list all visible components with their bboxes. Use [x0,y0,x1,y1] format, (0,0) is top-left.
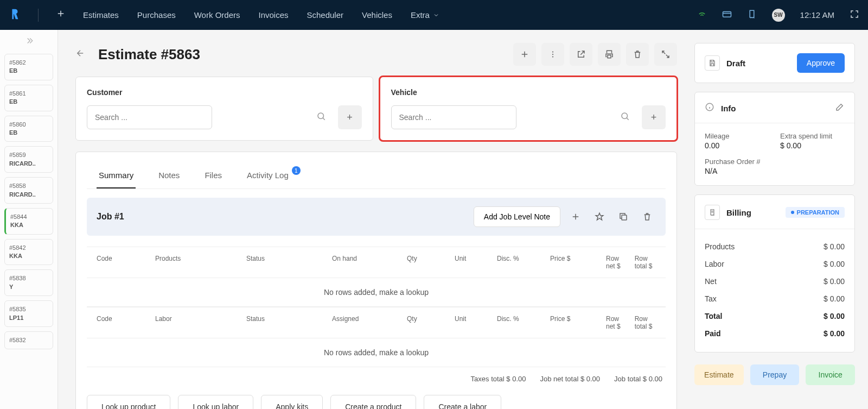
add-vehicle-button[interactable]: + [642,105,666,129]
expand-icon-button[interactable] [654,43,677,66]
po-value: N/A [705,167,845,175]
nav-purchases[interactable]: Purchases [137,10,176,20]
col-assigned: Assigned [332,315,403,330]
col-onhand: On hand [332,255,403,270]
billing-icon [705,205,720,220]
apply-kits-button[interactable]: Apply kits [261,395,323,409]
more-icon-button[interactable] [541,43,564,66]
sidebar-item[interactable]: #5835LP11 [4,300,53,327]
spend-limit-label: Extra spend limit [780,132,845,140]
col-disc: Disc. % [497,315,546,330]
tab-files[interactable]: Files [202,163,224,188]
col-rownet: Row net $ [606,255,629,270]
job-total: Job total $ 0.00 [614,375,662,383]
spend-limit-value: $ 0.00 [780,141,845,150]
lookup-row: Look up product Look up labor Apply kits… [87,395,666,409]
delete-icon-button[interactable] [626,43,649,66]
tab-activity-log-label: Activity Log [247,171,289,180]
billing-status-badge: PREPARATION [786,207,845,218]
create-labor-button[interactable]: Create a labor [424,395,501,409]
sidebar-item[interactable]: #5842KKA [4,239,53,266]
estimate-sidebar: #5862EB#5861EB#5860EB#5859RICARD..#5858R… [0,30,58,409]
sidebar-item[interactable]: #5860EB [4,116,53,142]
nav-invoices[interactable]: Invoices [258,10,288,20]
nav-estimates[interactable]: Estimates [83,10,119,20]
search-icon [316,111,326,123]
page-title: Estimate #5863 [98,46,200,63]
wifi-icon[interactable] [697,9,707,21]
billing-row: Tax$ 0.00 [705,290,845,307]
info-title: Info [721,104,736,113]
job-star-icon[interactable] [591,208,608,225]
col-unit: Unit [455,315,493,330]
info-icon [705,102,714,114]
svg-rect-6 [622,215,627,220]
job-copy-icon[interactable] [615,208,632,225]
customer-search-input[interactable] [87,105,212,129]
divider [38,9,39,22]
billing-row: Paid$ 0.00 [705,325,845,342]
clock-display: 12:12 AM [800,10,834,20]
header-actions [513,43,677,66]
sidebar-item[interactable]: #5861EB [4,85,53,111]
approve-button[interactable]: Approve [797,53,845,73]
svg-point-4 [318,113,324,119]
nav-work-orders[interactable]: Work Orders [194,10,240,20]
sidebar-item[interactable]: #5838Y [4,269,53,296]
col-qty: Qty [407,315,450,330]
col-status: Status [246,315,328,330]
user-avatar[interactable]: SW [772,9,785,22]
tabs-row: Summary Notes Files Activity Log 1 [87,163,666,189]
sidebar-item[interactable]: #5832 [4,331,53,349]
col-unit: Unit [455,255,493,270]
col-products: Products [155,255,242,270]
sidebar-item[interactable]: #5859RICARD.. [4,146,53,173]
add-customer-button[interactable]: + [338,105,362,129]
job-add-icon[interactable] [567,208,584,225]
tab-notes[interactable]: Notes [156,163,182,188]
col-rownet: Row net $ [606,315,629,330]
estimate-action-button[interactable]: Estimate [694,364,744,385]
print-icon-button[interactable] [598,43,621,66]
customer-card: Customer + [75,77,373,141]
global-add-button[interactable] [56,9,66,21]
tab-summary[interactable]: Summary [97,163,136,188]
nav-right: SW 12:12 AM [697,9,859,22]
add-icon-button[interactable] [513,43,536,66]
sidebar-item[interactable]: #5844KKA [4,208,53,235]
back-arrow-icon[interactable] [75,48,85,61]
nav-extra[interactable]: Extra [411,10,439,20]
lookup-product-button[interactable]: Look up product [87,395,170,409]
tab-activity-log[interactable]: Activity Log 1 [245,163,291,188]
nav-vehicles[interactable]: Vehicles [362,10,392,20]
create-product-button[interactable]: Create a product [330,395,416,409]
col-disc: Disc. % [497,255,546,270]
top-nav: Estimates Purchases Work Orders Invoices… [0,0,868,30]
svg-point-1 [552,51,553,52]
prepay-action-button[interactable]: Prepay [750,364,800,385]
receipt-icon[interactable] [747,9,757,21]
billing-button-row: Estimate Prepay Invoice [694,364,855,385]
fullscreen-icon[interactable] [850,9,859,21]
sidebar-item[interactable]: #5858RICARD.. [4,177,53,204]
invoice-action-button[interactable]: Invoice [806,364,855,385]
labor-grid-header: Code Labor Status Assigned Qty Unit Disc… [87,307,666,338]
svg-rect-0 [723,11,731,17]
lookup-labor-button[interactable]: Look up labor [178,395,253,409]
svg-point-5 [622,113,628,119]
job-delete-icon[interactable] [639,208,656,225]
vehicle-search-input[interactable] [391,105,516,129]
open-external-icon-button[interactable] [570,43,592,66]
add-job-note-button[interactable]: Add Job Level Note [474,206,560,227]
nav-scheduler[interactable]: Scheduler [307,10,344,20]
job-net-total: Job net total $ 0.00 [540,375,601,383]
edit-info-icon[interactable] [835,102,845,114]
card-icon[interactable] [722,9,732,21]
col-code: Code [97,315,151,330]
sidebar-item[interactable]: #5862EB [4,54,53,80]
app-logo[interactable] [9,8,21,22]
page-header: Estimate #5863 [75,43,677,66]
nav-extra-label: Extra [411,10,430,20]
billing-row: Products$ 0.00 [705,238,845,255]
sidebar-expand-button[interactable] [0,30,58,52]
